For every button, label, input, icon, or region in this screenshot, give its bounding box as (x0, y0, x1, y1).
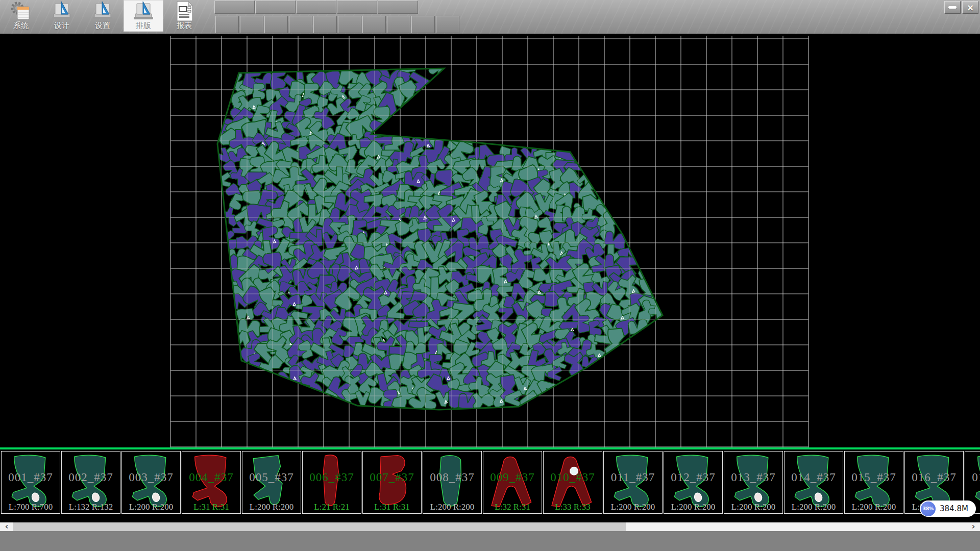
tool-bar (215, 16, 460, 34)
toolbar-button-系统[interactable]: 系统 (1, 0, 41, 32)
toolbar-button-排版[interactable]: 排版 (124, 0, 163, 32)
menu-item-交互[interactable] (378, 1, 418, 14)
part-lr-count: L:200 R:200 (785, 502, 843, 512)
part-id: 012_#37 (664, 471, 722, 484)
memory-value: 384.8M (940, 504, 968, 513)
tool-item-左靠-6[interactable] (362, 16, 386, 33)
window-controls: × (943, 1, 978, 14)
memory-badge: 38% 384.8M (920, 500, 976, 517)
part-thumbnail-004_#37[interactable]: 004_#37L:31 R:31 (182, 451, 241, 514)
toolbar-button-label: 排版 (124, 21, 163, 31)
menu-item-编辑[interactable] (255, 1, 296, 14)
toolbar-button-报表[interactable]: 报表 (164, 0, 204, 32)
part-lr-count: L:700 R:700 (2, 502, 60, 512)
part-lr-count: L:200 R:200 (664, 502, 722, 512)
part-lr-count: L:33 R:33 (544, 502, 602, 512)
part-thumbnail-005_#37[interactable]: 005_#37L:200 R:200 (242, 451, 301, 514)
nesting-canvas[interactable] (0, 34, 980, 447)
tool-item-下靠-9[interactable] (436, 16, 459, 33)
system-gear-icon (10, 1, 32, 21)
part-lr-count: L:31 R:31 (363, 502, 421, 512)
main-toolbar: 系统设计设置排版报表 (1, 0, 205, 34)
part-thumbnail-013_#37[interactable]: 013_#37L:200 R:200 (724, 451, 783, 514)
part-lr-count: L:200 R:200 (242, 502, 301, 512)
tool-item-右靠-7[interactable] (387, 16, 410, 33)
part-id: 013_#37 (724, 471, 782, 484)
application-window: 系统设计设置排版报表 × 001_#37L:700 R:700002_#37L:… (0, 0, 980, 551)
minimize-icon (948, 6, 957, 9)
tool-item-瑕疵-5[interactable] (338, 16, 361, 33)
tool-item-聚排-0[interactable] (215, 16, 239, 33)
toolbar-button-label: 报表 (164, 21, 204, 31)
part-id: 017_#37 (965, 471, 980, 484)
scroll-left-button[interactable]: ‹ (0, 522, 13, 531)
part-lr-count: L:21 R:21 (303, 502, 361, 512)
part-id: 002_#37 (62, 471, 120, 484)
part-id: 015_#37 (845, 471, 903, 484)
tool-item-全割-3[interactable] (289, 16, 312, 33)
part-thumbnail-014_#37[interactable]: 014_#37L:200 R:200 (784, 451, 843, 514)
toolbar-button-label: 设计 (42, 21, 82, 31)
part-lr-count: L:200 R:200 (604, 502, 662, 512)
toolbar-button-设置[interactable]: 设置 (83, 0, 122, 32)
part-id: 005_#37 (242, 471, 301, 484)
settings-ruler-icon (91, 1, 114, 21)
part-lr-count: L:200 R:200 (122, 502, 180, 512)
parts-strip: 001_#37L:700 R:700002_#37L:132 R:132003_… (0, 449, 980, 515)
part-lr-count: L:32 R:31 (483, 502, 542, 512)
minimize-button[interactable] (944, 1, 961, 14)
part-lr-count: L:200 R:200 (845, 502, 903, 512)
part-thumbnail-003_#37[interactable]: 003_#37L:200 R:200 (121, 451, 181, 514)
part-thumbnail-001_#37[interactable]: 001_#37L:700 R:700 (1, 451, 60, 514)
tool-item-区域-4[interactable] (313, 16, 337, 33)
design-ruler-icon (51, 1, 73, 21)
part-lr-count: L:200 R:200 (724, 502, 782, 512)
part-id: 014_#37 (785, 471, 843, 484)
part-thumbnail-008_#37[interactable]: 008_#37L:200 R:200 (423, 451, 482, 514)
part-id: 001_#37 (2, 471, 60, 484)
menu-bar (214, 1, 419, 14)
part-thumbnail-007_#37[interactable]: 007_#37L:31 R:31 (362, 451, 422, 514)
toolbar-button-设计[interactable]: 设计 (42, 0, 82, 32)
nested-pieces-layer[interactable] (209, 57, 670, 414)
tool-item-上靠-8[interactable] (411, 16, 435, 33)
part-lr-count: L:132 R:132 (62, 502, 120, 512)
menu-item-排料[interactable] (337, 1, 377, 14)
nesting-ruler-icon (132, 1, 155, 21)
status-bar (0, 531, 980, 551)
part-thumbnail-006_#37[interactable]: 006_#37L:21 R:21 (302, 451, 361, 514)
toolbar-button-label: 设置 (83, 21, 122, 31)
part-thumbnail-011_#37[interactable]: 011_#37L:200 R:200 (603, 451, 663, 514)
part-id: 007_#37 (363, 471, 421, 484)
part-id: 003_#37 (122, 471, 180, 484)
part-id: 008_#37 (423, 471, 481, 484)
part-thumbnail-009_#37[interactable]: 009_#37L:32 R:31 (483, 451, 542, 514)
part-thumbnail-010_#37[interactable]: 010_#37L:33 R:33 (543, 451, 602, 514)
menu-item-区域[interactable] (296, 1, 336, 14)
part-lr-count: L:200 R:200 (423, 502, 481, 512)
horizontal-scrollbar: ‹ › (0, 522, 980, 531)
scroll-right-button[interactable]: › (967, 522, 980, 531)
tool-item-相机-1[interactable] (240, 16, 263, 33)
part-thumbnail-012_#37[interactable]: 012_#37L:200 R:200 (664, 451, 723, 514)
tool-item-选割-2[interactable] (264, 16, 288, 33)
part-id: 009_#37 (483, 471, 542, 484)
part-id: 011_#37 (604, 471, 662, 484)
part-id: 010_#37 (544, 471, 602, 484)
part-thumbnail-015_#37[interactable]: 015_#37L:200 R:200 (844, 451, 903, 514)
part-id: 004_#37 (182, 471, 240, 484)
part-id: 016_#37 (905, 471, 963, 484)
part-id: 006_#37 (303, 471, 361, 484)
toolbar: 系统设计设置排版报表 × (0, 0, 980, 34)
progress-circle: 38% (921, 502, 936, 516)
scrollbar-thumb[interactable] (13, 522, 626, 531)
part-lr-count: L:31 R:31 (182, 502, 240, 512)
menu-item-属性[interactable] (214, 1, 255, 14)
toolbar-button-label: 系统 (1, 21, 41, 31)
report-doc-icon (173, 1, 195, 21)
close-button[interactable]: × (962, 1, 978, 14)
part-thumbnail-002_#37[interactable]: 002_#37L:132 R:132 (61, 451, 120, 514)
